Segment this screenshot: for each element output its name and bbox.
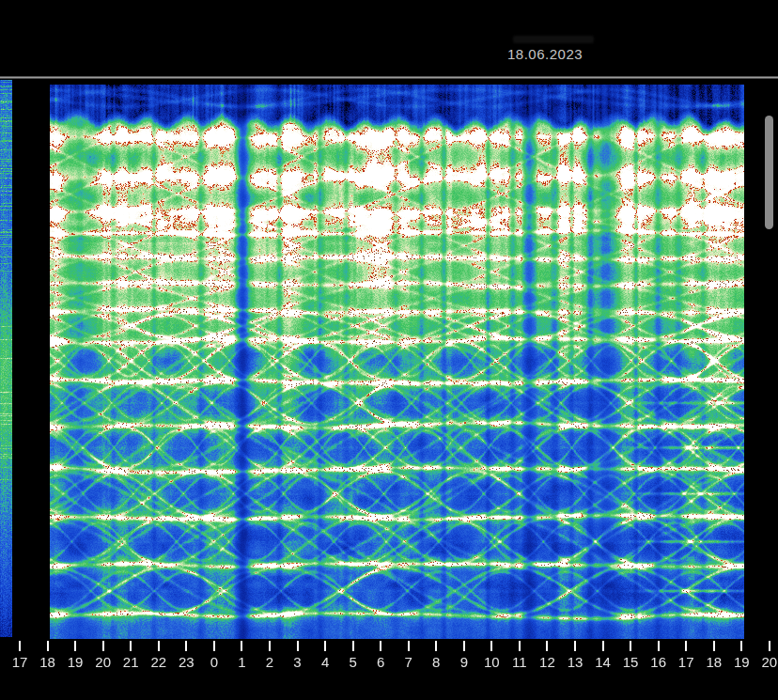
hour-label: 13 (568, 654, 584, 670)
hour-label: 18 (39, 654, 55, 670)
hour-tick (435, 641, 437, 651)
hour-label: 6 (377, 654, 384, 670)
hour-label: 0 (210, 654, 218, 670)
hour-label: 17 (12, 654, 28, 670)
hour-tick (241, 641, 242, 651)
scrollbar-thumb[interactable] (765, 116, 773, 229)
hour-label: 17 (678, 654, 694, 670)
hour-tick (519, 641, 521, 651)
date-label: 18.06.2023 (507, 46, 583, 62)
hour-tick (713, 641, 715, 651)
hour-tick (685, 641, 687, 651)
hour-tick (630, 641, 631, 651)
hour-label: 3 (293, 654, 301, 670)
hour-tick (463, 641, 465, 651)
hour-tick (380, 641, 381, 651)
hour-tick (74, 641, 76, 651)
faint-ghost-text (513, 36, 594, 43)
hour-label: 1 (238, 654, 245, 670)
prev-day-spectrogram-strip (0, 80, 12, 637)
hour-tick (769, 641, 770, 651)
hour-label: 7 (405, 654, 412, 670)
hour-label: 15 (623, 654, 639, 670)
hour-label: 19 (68, 654, 84, 670)
hour-label: 10 (484, 654, 500, 670)
hour-tick (574, 641, 576, 651)
screenshot-root: 18.06.2023 17181920212223012345678910111… (0, 0, 778, 700)
hour-label: 8 (432, 654, 440, 670)
hour-label: 14 (595, 654, 611, 670)
hour-tick (185, 641, 187, 651)
hour-tick (47, 641, 49, 651)
hour-label: 22 (150, 654, 166, 670)
hour-tick (213, 641, 215, 651)
hour-tick (19, 641, 21, 651)
hour-label: 23 (179, 654, 194, 670)
hour-tick (658, 641, 660, 651)
hour-tick (130, 641, 132, 651)
hour-tick (352, 641, 354, 651)
hour-label: 4 (321, 654, 329, 670)
hour-tick (408, 641, 410, 651)
hour-label: 5 (349, 654, 356, 670)
spectrogram-canvas (50, 85, 744, 639)
separator-line (0, 76, 778, 79)
hour-label: 12 (539, 654, 555, 670)
hour-label: 20 (95, 654, 111, 670)
hour-tick (297, 641, 299, 651)
hour-label: 19 (734, 654, 750, 670)
top-bar: 18.06.2023 (0, 0, 778, 76)
hour-tick (602, 641, 604, 651)
hour-label: 16 (650, 654, 666, 670)
hour-tick (546, 641, 548, 651)
hour-tick (740, 641, 742, 651)
hour-label: 2 (266, 654, 273, 670)
hour-tick (158, 641, 160, 651)
hour-tick (490, 641, 492, 651)
hour-label: 11 (512, 654, 527, 670)
hour-label: 18 (706, 654, 722, 670)
hour-label: 20 (762, 654, 778, 670)
hour-tick (269, 641, 271, 651)
hour-tick (324, 641, 326, 651)
hour-tick (102, 641, 104, 651)
hour-label: 21 (123, 654, 139, 670)
hour-label: 9 (460, 654, 468, 670)
